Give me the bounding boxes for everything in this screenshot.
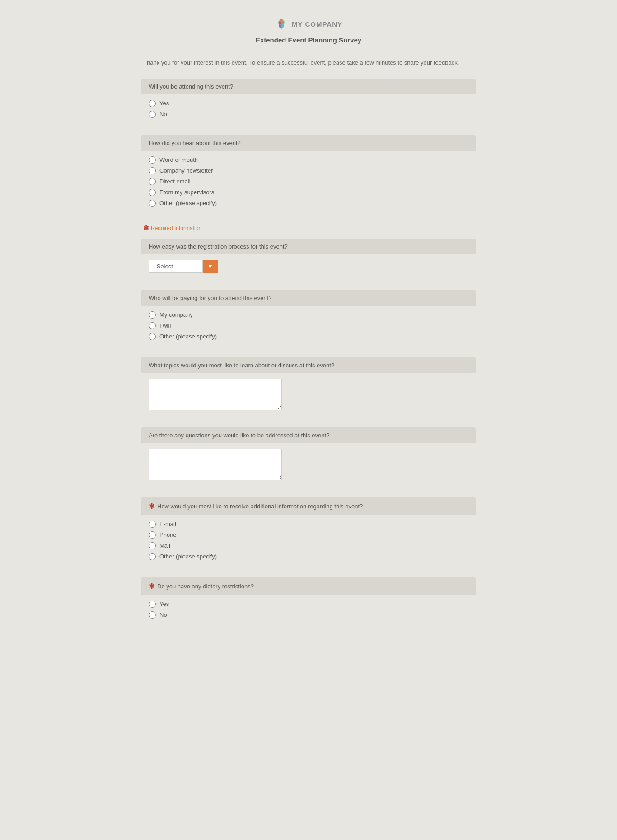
radio-label-q8-no: No [159, 611, 167, 618]
survey-title: Extended Event Planning Survey [141, 36, 476, 44]
question-body-q5 [141, 373, 476, 418]
question-header-q6: Are there any questions you would like t… [141, 427, 476, 443]
question-header-q2: How did you hear about this event? [141, 135, 476, 151]
radio-option-q4-company: My company [149, 311, 468, 319]
question-block-q5: What topics would you most like to learn… [141, 357, 476, 418]
select-dropdown-button-q3[interactable]: ▼ [203, 260, 218, 273]
logo-text: MY COMPANY [292, 20, 342, 28]
radio-label-q7-email: E-mail [159, 521, 176, 527]
question-text-q2: How did you hear about this event? [149, 140, 241, 146]
radio-input-q1-no[interactable] [149, 111, 156, 118]
radio-input-q7-email[interactable] [149, 521, 156, 528]
radio-label-q2-supervisors: From my supervisors [159, 189, 214, 196]
radio-option-q1-no: No [149, 111, 468, 118]
question-body-q8: Yes No [141, 595, 476, 626]
radio-option-q7-mail: Mail [149, 542, 468, 549]
required-star-q8: ✻ [149, 582, 154, 591]
radio-label-q2-email: Direct email [159, 178, 191, 185]
question-body-q6 [141, 443, 476, 488]
question-text-q8: Do you have any dietary restrictions? [157, 583, 254, 590]
radio-label-q7-other: Other (please specify) [159, 553, 217, 560]
radio-option-q7-other: Other (please specify) [149, 553, 468, 560]
question-header-q5: What topics would you most like to learn… [141, 357, 476, 373]
select-wrapper-q3: --Select-- Very Easy Easy Neutral Diffic… [149, 260, 468, 273]
required-star-icon: ✻ [143, 224, 149, 232]
radio-label-q4-self: I will [159, 322, 171, 329]
radio-option-q2-newsletter: Company newsletter [149, 167, 468, 174]
question-block-q6: Are there any questions you would like t… [141, 427, 476, 488]
logo-container: MY COMPANY [141, 17, 476, 31]
radio-input-q7-phone[interactable] [149, 531, 156, 539]
required-info-label: Required Information [151, 225, 201, 231]
required-info-notice: ✻ Required Information [143, 224, 476, 232]
required-star-q7: ✻ [149, 502, 154, 511]
radio-label-q7-phone: Phone [159, 531, 177, 538]
page-wrapper: MY COMPANY Extended Event Planning Surve… [132, 0, 485, 663]
radio-option-q4-other: Other (please specify) [149, 333, 468, 340]
radio-option-q7-email: E-mail [149, 521, 468, 528]
question-header-q4: Who will be paying for you to attend thi… [141, 290, 476, 306]
logo-icon [275, 17, 288, 31]
radio-option-q8-no: No [149, 611, 468, 619]
radio-input-q7-mail[interactable] [149, 542, 156, 549]
radio-input-q2-email[interactable] [149, 178, 156, 185]
question-header-q3: How easy was the registration process fo… [141, 239, 476, 254]
radio-input-q8-no[interactable] [149, 611, 156, 619]
radio-option-q8-yes: Yes [149, 601, 468, 608]
radio-label-q7-mail: Mail [159, 542, 170, 549]
radio-input-q2-wom[interactable] [149, 156, 156, 164]
question-block-q1: Will you be attending this event? Yes No [141, 79, 476, 125]
radio-input-q2-newsletter[interactable] [149, 167, 156, 174]
radio-label-q2-wom: Word of mouth [159, 156, 198, 163]
textarea-q5[interactable] [149, 379, 282, 410]
question-text-q5: What topics would you most like to learn… [149, 362, 334, 369]
question-body-q2: Word of mouth Company newsletter Direct … [141, 151, 476, 214]
question-block-q4: Who will be paying for you to attend thi… [141, 290, 476, 347]
question-block-q3: How easy was the registration process fo… [141, 239, 476, 280]
question-text-q7: How would you most like to receive addit… [157, 503, 363, 510]
question-text-q6: Are there any questions you would like t… [149, 432, 329, 439]
svg-marker-2 [278, 22, 281, 29]
select-input-q3[interactable]: --Select-- Very Easy Easy Neutral Diffic… [149, 260, 203, 273]
intro-text: Thank you for your interest in this even… [141, 58, 476, 68]
radio-label-q4-company: My company [159, 311, 193, 318]
radio-label-q4-other: Other (please specify) [159, 333, 217, 340]
question-header-q7: ✻ How would you most like to receive add… [141, 497, 476, 515]
textarea-q6[interactable] [149, 449, 282, 480]
radio-label-q2-newsletter: Company newsletter [159, 167, 213, 174]
svg-marker-1 [281, 22, 285, 29]
radio-label-q8-yes: Yes [159, 601, 169, 607]
radio-input-q2-other[interactable] [149, 200, 156, 207]
radio-label-q2-other: Other (please specify) [159, 200, 217, 206]
radio-input-q4-company[interactable] [149, 311, 156, 319]
radio-input-q1-yes[interactable] [149, 100, 156, 107]
question-body-q1: Yes No [141, 94, 476, 125]
radio-input-q8-yes[interactable] [149, 601, 156, 608]
radio-label-q1-no: No [159, 111, 167, 117]
question-body-q3: --Select-- Very Easy Easy Neutral Diffic… [141, 254, 476, 280]
question-text-q3: How easy was the registration process fo… [149, 243, 288, 250]
radio-input-q7-other[interactable] [149, 553, 156, 560]
radio-label-q1-yes: Yes [159, 100, 169, 107]
radio-input-q4-other[interactable] [149, 333, 156, 340]
question-header-q1: Will you be attending this event? [141, 79, 476, 94]
question-header-q8: ✻ Do you have any dietary restrictions? [141, 577, 476, 595]
question-body-q7: E-mail Phone Mail Other (please specify) [141, 515, 476, 568]
radio-option-q4-self: I will [149, 322, 468, 329]
radio-option-q1-yes: Yes [149, 100, 468, 107]
radio-input-q2-supervisors[interactable] [149, 189, 156, 196]
radio-input-q4-self[interactable] [149, 322, 156, 329]
radio-option-q7-phone: Phone [149, 531, 468, 539]
question-body-q4: My company I will Other (please specify) [141, 306, 476, 347]
radio-option-q2-wom: Word of mouth [149, 156, 468, 164]
question-block-q2: How did you hear about this event? Word … [141, 135, 476, 214]
survey-header: MY COMPANY Extended Event Planning Surve… [141, 9, 476, 58]
radio-option-q2-supervisors: From my supervisors [149, 189, 468, 196]
question-block-q7: ✻ How would you most like to receive add… [141, 497, 476, 568]
question-text-q1: Will you be attending this event? [149, 83, 233, 90]
question-block-q8: ✻ Do you have any dietary restrictions? … [141, 577, 476, 626]
radio-option-q2-other: Other (please specify) [149, 200, 468, 207]
radio-option-q2-email: Direct email [149, 178, 468, 185]
question-text-q4: Who will be paying for you to attend thi… [149, 295, 271, 301]
